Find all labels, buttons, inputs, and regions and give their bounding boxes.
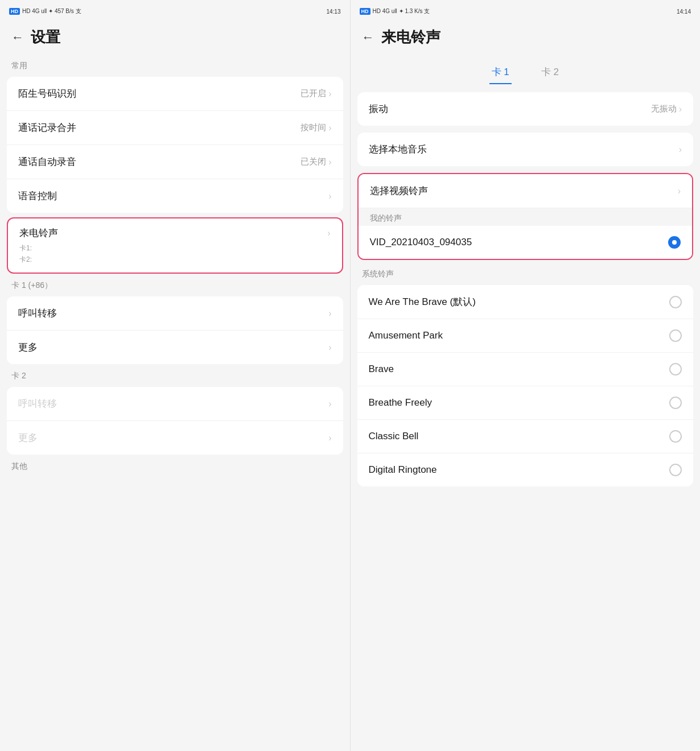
ringtone-sub2: 卡2: xyxy=(19,255,331,265)
section-other-label: 其他 xyxy=(0,457,350,475)
left-back-button[interactable]: ← xyxy=(11,30,24,45)
system-ringtone-row-5[interactable]: Digital Ringtone xyxy=(357,453,694,486)
my-ringtone-radio-0[interactable] xyxy=(668,236,681,249)
ringtone-row[interactable]: 来电铃声 › 卡1: 卡2: xyxy=(8,218,342,273)
local-music-chevron: › xyxy=(679,145,682,155)
local-music-row[interactable]: 选择本地音乐 › xyxy=(357,133,694,166)
system-ringtone-radio-3[interactable] xyxy=(669,397,682,409)
voice-control-row[interactable]: 语音控制 › xyxy=(7,179,343,213)
spacer1 xyxy=(351,84,701,90)
right-status-bar: HD HD 4G ull ✦ 1.3 K/s 支 14:14 xyxy=(351,0,701,20)
spacer3 xyxy=(351,168,701,171)
auto-record-value: 已关闭 › xyxy=(300,156,331,167)
local-music-label: 选择本地音乐 xyxy=(369,143,427,156)
card2-more-chevron: › xyxy=(328,433,331,443)
card1-section-label: 卡 1 (+86） xyxy=(0,276,350,294)
system-ringtone-radio-4[interactable] xyxy=(669,430,682,443)
system-ringtone-radio-5[interactable] xyxy=(669,464,682,476)
tab-card1[interactable]: 卡 1 xyxy=(489,61,512,84)
left-signal-text: HD 4G ull ✦ 457 B/s 支 xyxy=(22,7,81,15)
card1-call-forward-value: › xyxy=(328,308,331,319)
ringtone-label: 来电铃声 xyxy=(19,226,58,240)
stranger-id-label: 陌生号码识别 xyxy=(18,87,76,100)
system-ringtone-radio-1[interactable] xyxy=(669,329,682,342)
auto-record-row[interactable]: 通话自动录音 已关闭 › xyxy=(7,145,343,179)
system-ringtones-card: We Are The Brave (默认) Amusement Park Bra… xyxy=(357,285,694,486)
call-merge-row[interactable]: 通话记录合并 按时间 › xyxy=(7,111,343,145)
stranger-id-row[interactable]: 陌生号码识别 已开启 › xyxy=(7,77,343,111)
card2-section-label: 卡 2 xyxy=(0,366,350,385)
card2-more-row[interactable]: 更多 › xyxy=(7,421,343,455)
auto-record-label: 通话自动录音 xyxy=(18,155,76,168)
spacer2 xyxy=(351,128,701,130)
card1-call-forward-row[interactable]: 呼叫转移 › xyxy=(7,296,343,331)
system-ringtone-radio-0[interactable] xyxy=(669,296,682,308)
left-status-bar: HD HD 4G ull ✦ 457 B/s 支 14:13 xyxy=(0,0,350,20)
ringtone-chevron: › xyxy=(327,228,330,238)
call-merge-value: 按时间 › xyxy=(300,122,331,133)
card2-more-value: › xyxy=(328,433,331,443)
system-ringtone-name-5: Digital Ringtone xyxy=(369,464,437,476)
system-ringtone-name-4: Classic Bell xyxy=(369,431,419,442)
call-merge-chevron: › xyxy=(328,123,331,133)
system-ringtone-row-0[interactable]: We Are The Brave (默认) xyxy=(357,285,694,319)
card1-more-chevron: › xyxy=(328,343,331,353)
right-hd-badge: HD xyxy=(360,8,370,15)
vibration-label: 振动 xyxy=(369,102,388,115)
card2-call-forward-value: › xyxy=(328,399,331,409)
system-ringtone-name-3: Breathe Freely xyxy=(369,397,433,408)
tabs-row: 卡 1 卡 2 xyxy=(351,56,701,84)
system-ringtone-radio-2[interactable] xyxy=(669,363,682,376)
card2-call-forward-label: 呼叫转移 xyxy=(18,397,57,410)
right-status-left: HD HD 4G ull ✦ 1.3 K/s 支 xyxy=(360,7,430,15)
right-page-title: 来电铃声 xyxy=(381,27,440,47)
card1-call-forward-label: 呼叫转移 xyxy=(18,307,57,320)
left-header: ← 设置 xyxy=(0,20,350,56)
card2-settings-card: 呼叫转移 › 更多 › xyxy=(7,387,343,455)
right-panel: HD HD 4G ull ✦ 1.3 K/s 支 14:14 ← 来电铃声 卡 … xyxy=(350,0,701,751)
my-ringtone-name-0: VID_20210403_094035 xyxy=(370,237,472,248)
ringtone-card[interactable]: 来电铃声 › 卡1: 卡2: xyxy=(7,217,343,274)
system-ringtone-row-1[interactable]: Amusement Park xyxy=(357,319,694,353)
card1-settings-card: 呼叫转移 › 更多 › xyxy=(7,296,343,364)
card1-more-label: 更多 xyxy=(18,341,38,354)
vibration-row[interactable]: 振动 无振动 › xyxy=(357,92,694,126)
system-ringtone-row-3[interactable]: Breathe Freely xyxy=(357,386,694,420)
card2-call-forward-row[interactable]: 呼叫转移 › xyxy=(7,387,343,421)
right-header: ← 来电铃声 xyxy=(351,20,701,56)
system-ringtone-row-2[interactable]: Brave xyxy=(357,353,694,386)
left-page-title: 设置 xyxy=(31,27,60,47)
vibration-chevron: › xyxy=(679,104,682,114)
system-ringtone-row-4[interactable]: Classic Bell xyxy=(357,420,694,453)
local-music-card[interactable]: 选择本地音乐 › xyxy=(357,133,694,166)
card2-call-forward-chevron: › xyxy=(328,399,331,409)
right-back-button[interactable]: ← xyxy=(362,30,374,45)
card1-more-row[interactable]: 更多 › xyxy=(7,331,343,364)
voice-control-value: › xyxy=(328,191,331,201)
ringtone-sub-labels: 卡1: 卡2: xyxy=(19,242,331,265)
my-ringtone-header: 我的铃声 xyxy=(359,208,693,226)
auto-record-status: 已关闭 xyxy=(300,156,326,167)
video-ringtone-chevron: › xyxy=(678,186,681,196)
my-ringtone-row-0[interactable]: VID_20210403_094035 xyxy=(359,226,693,259)
vibration-status: 无振动 xyxy=(651,104,677,114)
ringtone-sub1: 卡1: xyxy=(19,244,331,253)
card2-more-label: 更多 xyxy=(18,431,38,444)
section-common-label: 常用 xyxy=(0,56,350,75)
system-ringtone-section-label: 系统铃声 xyxy=(351,265,701,283)
hd-badge: HD xyxy=(9,8,20,15)
stranger-id-status: 已开启 xyxy=(300,88,326,99)
card1-more-value: › xyxy=(328,343,331,353)
voice-control-chevron: › xyxy=(328,191,331,201)
left-time: 14:13 xyxy=(326,9,340,15)
system-ringtone-name-1: Amusement Park xyxy=(369,330,443,341)
stranger-id-chevron: › xyxy=(328,89,331,99)
common-settings-card: 陌生号码识别 已开启 › 通话记录合并 按时间 › 通话自动录音 已关闭 › 语… xyxy=(7,77,343,213)
video-ringtone-row[interactable]: 选择视频铃声 › xyxy=(359,174,693,208)
system-ringtone-name-0: We Are The Brave (默认) xyxy=(369,295,476,308)
tab-card2[interactable]: 卡 2 xyxy=(539,61,561,84)
auto-record-chevron: › xyxy=(328,157,331,167)
right-signal-text: HD 4G ull ✦ 1.3 K/s 支 xyxy=(373,7,430,15)
right-time: 14:14 xyxy=(677,9,691,15)
vibration-value: 无振动 › xyxy=(651,104,682,114)
